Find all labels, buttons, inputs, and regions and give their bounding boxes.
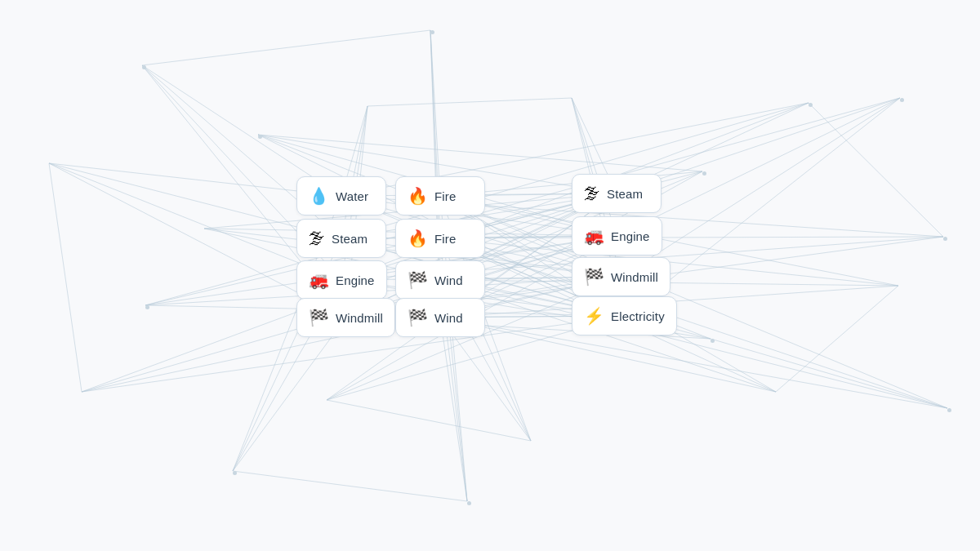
card-engine2[interactable]: 🚒Engine — [296, 260, 387, 300]
card-wind1[interactable]: 🏁Wind — [395, 260, 485, 300]
card-label-engine2: Engine — [336, 273, 375, 287]
card-steam1[interactable]: 🌫Steam — [572, 174, 662, 213]
card-label-wind1: Wind — [434, 273, 463, 287]
card-windmill1[interactable]: 🏁Windmill — [572, 257, 670, 296]
card-icon-electricity: ⚡ — [584, 308, 604, 324]
card-water[interactable]: 💧Water — [296, 176, 386, 216]
card-label-electricity: Electricity — [611, 309, 665, 323]
card-label-fire2: Fire — [434, 232, 456, 246]
card-fire2[interactable]: 🔥Fire — [395, 219, 485, 258]
card-icon-wind2: 🏁 — [408, 309, 428, 326]
card-label-steam2: Steam — [332, 232, 368, 246]
card-windmill2[interactable]: 🏁Windmill — [296, 298, 395, 337]
card-icon-engine2: 🚒 — [309, 272, 329, 288]
card-icon-engine1: 🚒 — [584, 228, 604, 244]
card-icon-windmill2: 🏁 — [309, 309, 329, 326]
card-wind2[interactable]: 🏁Wind — [395, 298, 485, 337]
card-icon-water: 💧 — [309, 188, 329, 204]
card-icon-steam1: 🌫 — [584, 185, 600, 202]
card-label-water: Water — [336, 189, 368, 203]
card-fire1[interactable]: 🔥Fire — [395, 176, 485, 216]
card-label-engine1: Engine — [611, 229, 650, 243]
card-icon-fire1: 🔥 — [408, 188, 428, 204]
card-icon-windmill1: 🏁 — [584, 269, 604, 285]
cards-container: 💧Water🔥Fire🌫Steam🌫Steam🔥Fire🚒Engine🚒Engi… — [0, 0, 980, 551]
card-label-wind2: Wind — [434, 311, 463, 325]
card-engine1[interactable]: 🚒Engine — [572, 216, 662, 256]
card-electricity[interactable]: ⚡Electricity — [572, 296, 677, 335]
card-label-windmill2: Windmill — [336, 311, 383, 325]
card-label-steam1: Steam — [607, 187, 643, 201]
card-icon-wind1: 🏁 — [408, 272, 428, 288]
card-icon-fire2: 🔥 — [408, 230, 428, 247]
card-steam2[interactable]: 🌫Steam — [296, 219, 386, 258]
card-label-fire1: Fire — [434, 189, 456, 203]
card-label-windmill1: Windmill — [611, 270, 658, 284]
card-icon-steam2: 🌫 — [309, 230, 325, 247]
